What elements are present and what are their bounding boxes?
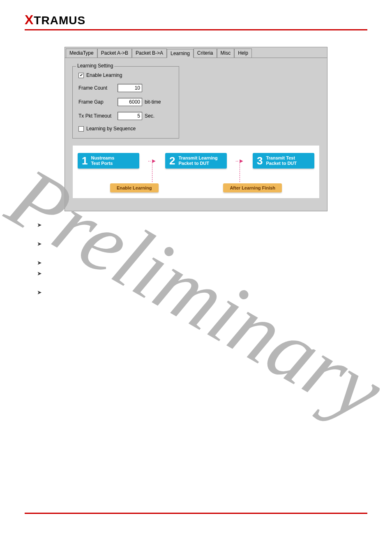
tab-misc[interactable]: Misc [217,49,235,58]
step-number: 1 [82,155,88,166]
tab-criteria[interactable]: Criteria [194,49,217,58]
tab-learning[interactable]: Learning [167,49,194,58]
frame-count-label: Frame Count [78,85,118,91]
bullet-list: ➤ ➤ ➤ ➤ ➤ [37,222,367,296]
step-1: 1 NustreamsTest Ports [78,153,139,169]
tab-packet-ab[interactable]: Packet A->B [97,49,132,58]
step-line1: Nustreams [91,155,114,160]
step-number: 2 [169,155,175,166]
step-line2: Packet to DUT [178,161,209,166]
annotation-enable: Enable Learning [110,183,159,192]
frame-gap-unit: bit-time [145,99,161,105]
learning-by-sequence-label: Learning by Sequence [86,126,136,132]
logo-red-letter: X [25,12,34,27]
learning-setting-group: Learning Setting ✔ Enable Learning Frame… [72,66,179,139]
enable-learning-checkbox[interactable]: ✔ [78,73,84,78]
tx-timeout-input[interactable] [118,112,142,120]
step-line2: Test Ports [91,161,113,166]
tab-label: Help [238,50,248,56]
divider [25,29,367,30]
dialog-window: MediaType Packet A->B Packet B->A Learni… [65,47,327,211]
group-title: Learning Setting [76,63,114,69]
bullet-icon: ➤ [37,240,42,247]
tx-timeout-unit: Sec. [145,113,154,119]
learning-flow-diagram: 1 NustreamsTest Ports ··► 2 Transmit Lea… [72,145,320,199]
step-number: 3 [257,155,263,166]
step-line2: Packet to DUT [266,161,297,166]
bullet-icon: ➤ [37,270,42,277]
divider-bottom [25,513,367,514]
tx-timeout-label: Tx Pkt Timeout [78,113,118,119]
bullet-icon: ➤ [37,222,42,228]
enable-learning-label: Enable Learning [86,72,122,78]
annotation-after: After Learning Finish [223,183,282,192]
bullet-icon: ➤ [37,259,42,266]
frame-gap-input[interactable] [118,98,142,106]
arrow-icon: ··► [148,157,157,164]
tab-label: MediaType [69,50,94,56]
frame-count-input[interactable] [118,84,142,92]
frame-gap-label: Frame Gap [78,99,118,105]
tab-label: Packet B->A [136,50,163,56]
tab-packet-ba[interactable]: Packet B->A [132,49,167,58]
tab-label: Criteria [197,50,213,56]
tab-bar: MediaType Packet A->B Packet B->A Learni… [65,47,327,58]
learning-panel: Learning Setting ✔ Enable Learning Frame… [65,58,327,211]
tab-label: Misc [221,50,231,56]
brand-logo: XTRAMUS [25,12,367,28]
tab-label: Learning [171,51,190,56]
step-line1: Transmit Test [266,155,295,160]
step-3: 3 Transmit TestPacket to DUT [253,153,314,169]
tab-mediatype[interactable]: MediaType [66,49,97,58]
arrow-icon: ··► [235,157,244,164]
bullet-icon: ➤ [37,289,42,296]
tab-label: Packet A->B [101,50,128,56]
logo-rest: TRAMUS [34,14,85,27]
tab-help[interactable]: Help [234,49,252,58]
learning-by-sequence-checkbox[interactable] [78,126,84,132]
step-line1: Transmit Learning [178,155,217,160]
step-2: 2 Transmit LearningPacket to DUT [165,153,227,169]
